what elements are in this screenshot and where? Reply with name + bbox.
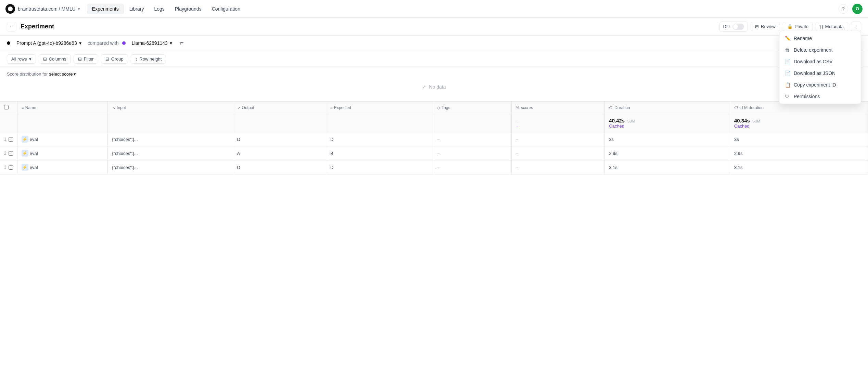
more-button[interactable]: ⋮ (851, 22, 861, 32)
metadata-label: Metadata (825, 24, 844, 29)
download-json-icon: 📄 (785, 70, 790, 76)
diff-toggle[interactable]: Diff (719, 22, 748, 32)
select-score-button[interactable]: select score ▾ (49, 71, 76, 77)
nav-right: ? O (839, 4, 863, 14)
metadata-icon: {} (820, 24, 823, 29)
row-2-tags: – (433, 160, 512, 174)
exp1-dot (7, 41, 10, 45)
row-2-expected: D (326, 160, 433, 174)
table-row[interactable]: 1 ⚡ eval {"choices":[... D D – – 3s 3s (0, 132, 868, 146)
exp1-label: Prompt A (gpt-4o)-b9286e63 (16, 40, 77, 46)
agg-llm-duration-cell: 40.34s SUM Cached (730, 114, 868, 132)
filter-button[interactable]: ⊟ Filter (74, 54, 98, 64)
row-0-name: ⚡ eval (17, 132, 107, 146)
row-height-label: Row height (139, 56, 162, 62)
row-2-checkbox[interactable] (9, 165, 13, 170)
row-1-expected: B (326, 146, 433, 160)
sub-header: ← Experiment Diff ⊞ Review 🔒 Private {} … (0, 18, 868, 36)
review-button[interactable]: ⊞ Review (751, 22, 780, 31)
no-data-icon: ⤢ (422, 84, 426, 90)
table-row[interactable]: 3 ⚡ eval {"choices":[... D D – – 3.1s 3.… (0, 160, 868, 174)
help-button[interactable]: ? (839, 4, 848, 14)
filter-label: Filter (84, 56, 94, 62)
row-height-button[interactable]: ↕ Row height (131, 54, 166, 64)
review-icon: ⊞ (755, 24, 759, 29)
row-0-duration: 3s (605, 132, 730, 146)
dropdown-menu: ✏️ Rename 🗑 Delete experiment 📄 Download… (779, 31, 861, 104)
th-name: ≡ Name (17, 102, 107, 114)
filter-icon: ⊟ (78, 56, 82, 62)
row-2-name: ⚡ eval (17, 160, 107, 174)
eval-icon: ⚡ (22, 150, 28, 157)
agg-input-cell (108, 114, 233, 132)
dropdown-delete[interactable]: 🗑 Delete experiment (779, 44, 861, 56)
private-button[interactable]: 🔒 Private (783, 22, 813, 31)
private-label: Private (795, 24, 808, 29)
group-button[interactable]: ⊟ Group (101, 54, 128, 64)
dropdown-download-csv[interactable]: 📄 Download as CSV (779, 56, 861, 67)
logo (5, 4, 15, 14)
dropdown-rename-label: Rename (794, 36, 812, 41)
pencil-icon: ✏️ (785, 36, 790, 41)
exp1-selector[interactable]: Prompt A (gpt-4o)-b9286e63 ▾ (14, 39, 84, 47)
row-1-input: {"choices":[... (108, 146, 233, 160)
row-0-checkbox[interactable] (9, 137, 13, 142)
dropdown-download-json[interactable]: 📄 Download as JSON (779, 67, 861, 79)
all-rows-chevron: ▾ (29, 56, 31, 62)
lock-icon: 🔒 (787, 24, 793, 29)
nav-configuration[interactable]: Configuration (207, 4, 245, 14)
dropdown-permissions[interactable]: 🛡 Permissions (779, 91, 861, 102)
nav-library[interactable]: Library (125, 4, 149, 14)
columns-button[interactable]: ⊟ Columns (39, 54, 71, 64)
row-2-duration: 3.1s (605, 160, 730, 174)
agg-output-cell (233, 114, 326, 132)
review-label: Review (761, 24, 776, 29)
agg-scores-cell: – – (512, 114, 605, 132)
row-0-tags: – (433, 132, 512, 146)
top-nav: braintrustdata.com / MMLU ▾ Experiments … (0, 0, 868, 18)
exp1-chevron: ▾ (79, 40, 81, 46)
agg-name-cell (17, 114, 107, 132)
copy-icon: 📋 (785, 82, 790, 88)
row-1-llm-duration: 2.9s (730, 146, 868, 160)
score-distribution: Score distribution for select score ▾ ⤢ … (0, 67, 868, 102)
nav-experiments[interactable]: Experiments (87, 4, 124, 14)
row-num-cell: 2 (0, 146, 17, 160)
row-1-name: ⚡ eval (17, 146, 107, 160)
trash-icon: 🗑 (785, 47, 790, 53)
dropdown-json-label: Download as JSON (794, 70, 835, 76)
columns-icon: ⊟ (43, 56, 47, 62)
diff-toggle-pill[interactable] (732, 24, 744, 30)
dropdown-permissions-label: Permissions (794, 94, 820, 99)
th-output: ↗ Output (233, 102, 326, 114)
exp2-dot (122, 41, 126, 45)
user-avatar[interactable]: O (852, 4, 863, 14)
back-button[interactable]: ← (7, 22, 16, 31)
row-num-cell: 1 (0, 132, 17, 146)
compared-with-text: compared with (88, 40, 119, 46)
swap-button[interactable]: ⇄ (178, 39, 185, 47)
breadcrumb: braintrustdata.com / MMLU ▾ (18, 6, 80, 12)
row-0-scores: – (512, 132, 605, 146)
dropdown-rename[interactable]: ✏️ Rename (779, 32, 861, 44)
row-0-input: {"choices":[... (108, 132, 233, 146)
row-2-scores: – (512, 160, 605, 174)
agg-tags-cell (433, 114, 512, 132)
dropdown-copy-id[interactable]: 📋 Copy experiment ID (779, 79, 861, 91)
nav-playgrounds[interactable]: Playgrounds (170, 4, 206, 14)
dropdown-csv-label: Download as CSV (794, 59, 833, 64)
eval-icon: ⚡ (22, 164, 28, 171)
row-2-llm-duration: 3.1s (730, 160, 868, 174)
metadata-button[interactable]: {} Metadata (816, 22, 848, 31)
row-1-output: A (233, 146, 326, 160)
exp2-selector[interactable]: Llama-62891143 ▾ (129, 39, 175, 47)
nav-logs[interactable]: Logs (149, 4, 169, 14)
all-rows-button[interactable]: All rows ▾ (7, 54, 36, 64)
row-1-scores: – (512, 146, 605, 160)
th-expected: = Expected (326, 102, 433, 114)
select-all-checkbox[interactable] (4, 105, 9, 109)
row-1-checkbox[interactable] (9, 151, 13, 156)
shield-icon: 🛡 (785, 94, 790, 99)
table-row[interactable]: 2 ⚡ eval {"choices":[... A B – – 2.9s 2.… (0, 146, 868, 160)
sub-header-actions: Diff ⊞ Review 🔒 Private {} Metadata ⋮ (719, 22, 861, 32)
